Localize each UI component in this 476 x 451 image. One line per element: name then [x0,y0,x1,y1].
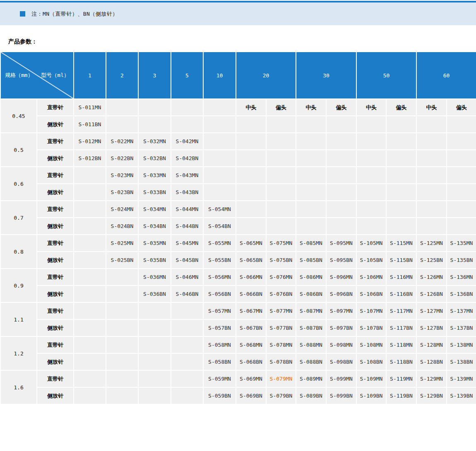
model-cell: S-058BN [203,353,236,370]
subheader-cell: 中头 [296,99,326,116]
type-cell-straight-needle: 直带针 [37,167,74,184]
model-cell: S-065BN [236,252,266,269]
model-cell: S-055BN [203,252,236,269]
model-cell: S-035MN [138,235,171,252]
note-bullet-icon [20,11,25,17]
empty-cell [386,116,416,133]
corner-header-cell: 规格（mm） 型号（ml） [0,52,74,99]
model-cell: S-036BN [138,285,171,302]
empty-cell [138,99,171,116]
model-cell: S-136BN [447,285,476,302]
type-cell-side-needle: 侧放针 [37,387,74,404]
table-row: 侧放针S-036BNS-046BNS-056BNS-066BNS-076BNS-… [0,285,476,302]
model-cell: S-075MN [266,235,296,252]
empty-cell [416,167,447,184]
table-row: 0.45直带针S-011MN中头偏头中头偏头中头偏头中头偏头 [0,99,476,116]
table-row: 侧放针S-012BNS-022BNS-032BNS-042BN [0,150,476,167]
model-cell: S-045MN [171,235,203,252]
spec-cell: 0.5 [0,133,37,167]
model-cell: S-011MN [74,99,106,116]
empty-cell [416,201,447,218]
header-col-60: 60 [416,52,476,99]
model-cell: S-127MN [416,302,447,319]
model-cell: S-088MN [296,336,326,353]
type-cell-side-needle: 侧放针 [37,218,74,235]
empty-cell [356,218,386,235]
model-cell: S-135BN [447,252,476,269]
type-cell-straight-needle: 直带针 [37,99,74,116]
model-cell: S-012MN [74,133,106,150]
empty-cell [138,387,171,404]
empty-cell [266,201,296,218]
model-cell: S-126BN [416,285,447,302]
empty-cell [106,116,138,133]
model-cell: S-119MN [386,370,416,387]
type-cell-side-needle: 侧放针 [37,252,74,269]
spec-cell: 1.2 [0,336,37,370]
product-parameters-table: 规格（mm） 型号（ml） 12351020305060 0.45直带针S-01… [0,51,476,405]
model-cell: S-098MN [326,336,356,353]
spec-cell: 0.45 [0,99,37,133]
empty-cell [74,269,106,285]
subheader-cell: 偏头 [447,99,476,116]
empty-cell [203,184,236,201]
spec-cell: 0.8 [0,235,37,269]
model-cell: S-045BN [171,252,203,269]
model-cell: S-098BN [326,353,356,370]
empty-cell [296,133,326,150]
table-row: 1.2直带针S-058MNS-068MNS-078MNS-088MNS-098M… [0,336,476,353]
model-cell: S-069BN [236,387,266,404]
model-cell: S-024MN [106,201,138,218]
model-cell: S-089MN [296,370,326,387]
model-cell: S-108BN [356,353,386,370]
model-cell: S-097BN [326,319,356,336]
empty-cell [326,167,356,184]
empty-cell [356,133,386,150]
empty-cell [296,201,326,218]
subheader-cell: 偏头 [266,99,296,116]
model-cell: S-087MN [296,302,326,319]
model-cell: S-033MN [138,167,171,184]
type-cell-straight-needle: 直带针 [37,370,74,387]
empty-cell [74,302,106,319]
empty-cell [386,167,416,184]
model-cell: S-095BN [326,252,356,269]
model-cell: S-115MN [386,235,416,252]
empty-cell [106,269,138,285]
empty-cell [74,167,106,184]
empty-cell [236,133,266,150]
empty-cell [236,150,266,167]
model-cell: S-099MN [326,370,356,387]
empty-cell [386,150,416,167]
model-cell: S-137MN [447,302,476,319]
model-cell: S-079BN [266,387,296,404]
model-cell: S-034MN [138,201,171,218]
empty-cell [447,184,476,201]
model-cell: S-099BN [326,387,356,404]
table-row: 侧放针S-059BNS-069BNS-079BNS-089BNS-099BNS-… [0,387,476,404]
subheader-cell: 偏头 [386,99,416,116]
empty-cell [74,370,106,387]
model-cell: S-046MN [171,269,203,285]
model-cell: S-086BN [296,285,326,302]
empty-cell [356,116,386,133]
header-col-50: 50 [356,52,416,99]
empty-cell [106,387,138,404]
model-cell: S-087BN [296,319,326,336]
model-cell: S-032MN [138,133,171,150]
empty-cell [74,252,106,269]
empty-cell [236,201,266,218]
model-cell: S-078MN [266,336,296,353]
model-cell: S-025MN [106,235,138,252]
model-cell: S-054BN [203,218,236,235]
empty-cell [447,150,476,167]
empty-cell [266,150,296,167]
empty-cell [356,167,386,184]
corner-label-model: 型号（ml） [41,72,69,79]
empty-cell [74,201,106,218]
empty-cell [171,387,203,404]
model-cell: S-078BN [266,353,296,370]
model-cell: S-139BN [447,387,476,404]
spec-cell: 0.7 [0,201,37,235]
model-cell: S-066MN [236,269,266,285]
